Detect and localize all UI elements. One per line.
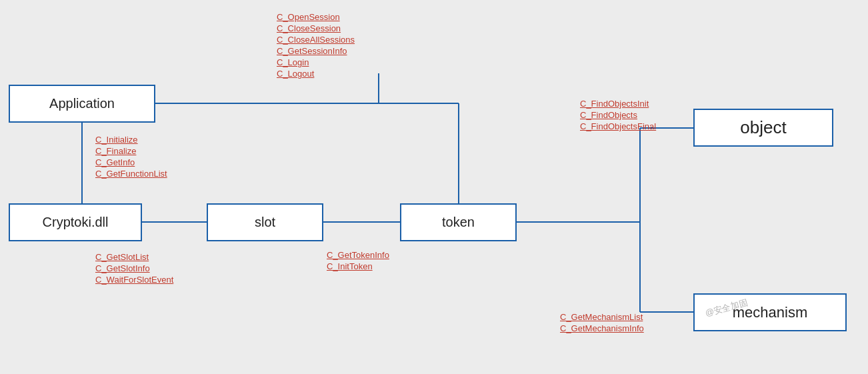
label-slot-methods: C_GetSlotList C_GetSlotInfo C_WaitForSlo… (95, 252, 173, 285)
node-application: Application (9, 85, 155, 123)
label-app-methods: C_Initialize C_Finalize C_GetInfo C_GetF… (95, 135, 167, 179)
node-cryptoki: Cryptoki.dll (9, 203, 142, 241)
label-token-methods: C_GetTokenInfo C_InitToken (327, 250, 389, 271)
node-slot: slot (207, 203, 323, 241)
node-object: object (693, 109, 833, 147)
label-object-methods: C_FindObjectsInit C_FindObjects C_FindOb… (580, 99, 656, 131)
diagram-container: Application Cryptoki.dll slot token obje… (0, 0, 868, 374)
label-session-methods: C_OpenSession C_CloseSession C_CloseAllS… (277, 12, 355, 79)
node-token: token (400, 203, 517, 241)
label-mechanism-methods: C_GetMechanismList C_GetMechanismInfo (560, 312, 644, 333)
